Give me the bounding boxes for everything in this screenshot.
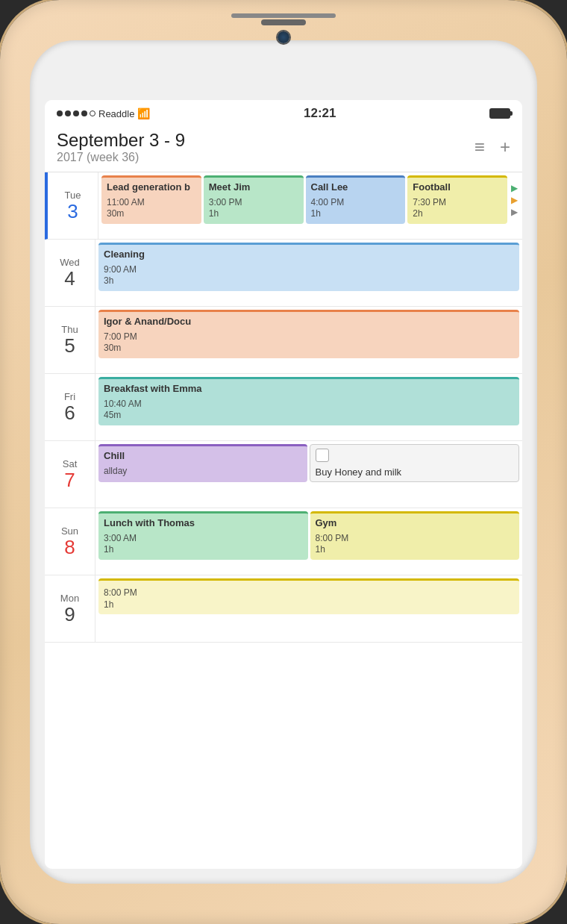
day-label-thu5: Thu 5 <box>45 307 95 373</box>
event-lunch-thomas[interactable]: Lunch with Thomas 3:00 AM1h <box>98 511 308 560</box>
event-time: 8:00 PM1h <box>316 533 515 556</box>
day-row-wed4: Wed 4 Cleaning 9:00 AM3h <box>45 240 522 307</box>
day-row-sat7: Sat 7 Chill allday Buy Honey and milk <box>45 441 522 508</box>
menu-button[interactable]: ≡ <box>474 137 485 157</box>
day-row-tue3: Tue 3 Lead generation b 11:00 AM30m Meet… <box>45 172 522 240</box>
header-title-block: September 3 - 9 2017 (week 36) <box>57 130 185 164</box>
status-right <box>489 108 510 119</box>
day-num-wed4: 4 <box>64 268 75 290</box>
day-name-thu5: Thu <box>61 324 78 335</box>
status-left: Readdle 📶 <box>57 107 150 119</box>
day-label-sun8: Sun 8 <box>45 508 95 575</box>
day-name-sun8: Sun <box>61 525 78 537</box>
event-time: 7:00 PM30m <box>104 331 514 355</box>
event-time: 3:00 AM1h <box>104 533 303 556</box>
arrow-down-icon: ▶ <box>511 207 518 217</box>
task-checkbox[interactable] <box>316 449 329 462</box>
signal-dot-4 <box>81 110 87 116</box>
add-event-button[interactable]: + <box>500 137 510 157</box>
task-title: Buy Honey and milk <box>316 466 514 478</box>
event-time: 3:00 PM1h <box>209 197 298 220</box>
status-bar: Readdle 📶 12:21 <box>45 100 522 124</box>
event-time: 11:00 AM30m <box>107 197 196 220</box>
day-row-sun8: Sun 8 Lunch with Thomas 3:00 AM1h Gym 8:… <box>45 508 522 575</box>
events-area-fri6: Breakfast with Emma 10:40 AM45m <box>95 374 522 440</box>
overflow-arrows: ▶ ▶ ▶ <box>510 175 519 224</box>
day-num-thu5: 5 <box>64 335 75 357</box>
signal-dot-2 <box>65 110 71 116</box>
event-time: 8:00 PM1h <box>104 587 514 611</box>
event-title: Chill <box>104 450 302 463</box>
events-area-mon9: 8:00 PM1h <box>95 575 522 642</box>
signal-dots <box>57 110 95 116</box>
events-area-sun8: Lunch with Thomas 3:00 AM1h Gym 8:00 PM1… <box>95 508 522 575</box>
calendar-header: September 3 - 9 2017 (week 36) ≡ + <box>45 124 522 172</box>
event-cleaning[interactable]: Cleaning 9:00 AM3h <box>98 243 519 291</box>
event-gym[interactable]: Gym 8:00 PM1h <box>310 511 520 560</box>
day-name-mon9: Mon <box>60 593 79 604</box>
events-area-thu5: Igor & Anand/Docu 7:00 PM30m <box>95 307 522 373</box>
day-name-tue3: Tue <box>65 190 81 201</box>
event-time: 7:30 PM2h <box>413 197 502 220</box>
event-meet-jim[interactable]: Meet Jim 3:00 PM1h <box>204 175 304 224</box>
task-buy-honey-milk[interactable]: Buy Honey and milk <box>310 444 520 482</box>
day-row-thu5: Thu 5 Igor & Anand/Docu 7:00 PM30m <box>45 307 522 374</box>
event-lead-generation[interactable]: Lead generation b 11:00 AM30m <box>101 175 201 224</box>
day-num-sun8: 8 <box>64 537 75 558</box>
event-igor-anand[interactable]: Igor & Anand/Docu 7:00 PM30m <box>98 310 519 358</box>
event-title: Meet Jim <box>209 181 298 194</box>
event-title: Football <box>413 181 502 194</box>
phone-top-bar <box>231 13 336 18</box>
event-time: 9:00 AM3h <box>104 264 514 287</box>
event-football[interactable]: Football 7:30 PM2h <box>407 175 507 224</box>
day-label-sat7: Sat 7 <box>45 441 95 508</box>
events-area-wed4: Cleaning 9:00 AM3h <box>95 240 522 306</box>
day-num-mon9: 9 <box>64 604 75 625</box>
screen: Readdle 📶 12:21 September 3 - 9 2017 (we… <box>45 100 522 869</box>
year-week-label: 2017 (week 36) <box>57 151 185 164</box>
phone-camera <box>278 31 289 43</box>
carrier-name: Readdle <box>98 108 134 119</box>
day-name-sat7: Sat <box>63 458 78 469</box>
event-title: Gym <box>316 517 515 530</box>
event-title: Igor & Anand/Docu <box>104 316 514 328</box>
week-range-label: September 3 - 9 <box>57 130 185 151</box>
signal-dot-1 <box>57 110 63 116</box>
arrow-mid-icon: ▶ <box>511 195 518 205</box>
event-time: 10:40 AM45m <box>104 399 514 422</box>
phone-frame: Readdle 📶 12:21 September 3 - 9 2017 (we… <box>0 0 567 924</box>
header-actions: ≡ + <box>474 137 510 157</box>
phone-body: Readdle 📶 12:21 September 3 - 9 2017 (we… <box>30 40 537 884</box>
signal-dot-3 <box>73 110 79 116</box>
event-title: Lead generation b <box>107 181 196 194</box>
day-row-fri6: Fri 6 Breakfast with Emma 10:40 AM45m <box>45 374 522 441</box>
day-label-tue3: Tue 3 <box>48 172 98 239</box>
day-row-mon9: Mon 9 8:00 PM1h <box>45 575 522 643</box>
event-call-lee[interactable]: Call Lee 4:00 PM1h <box>306 175 406 224</box>
event-time: allday <box>104 466 302 478</box>
phone-speaker <box>261 19 306 25</box>
battery-icon <box>489 108 510 119</box>
event-title: Call Lee <box>311 181 401 194</box>
day-num-fri6: 6 <box>64 402 75 424</box>
event-mon9-ev1[interactable]: 8:00 PM1h <box>98 578 519 614</box>
event-title: Breakfast with Emma <box>104 383 514 396</box>
day-label-mon9: Mon 9 <box>45 575 95 642</box>
wifi-icon: 📶 <box>137 107 150 119</box>
calendar-body: Tue 3 Lead generation b 11:00 AM30m Meet… <box>45 172 522 869</box>
day-label-fri6: Fri 6 <box>45 374 95 440</box>
events-area-sat7: Chill allday Buy Honey and milk <box>95 441 522 508</box>
event-breakfast-emma[interactable]: Breakfast with Emma 10:40 AM45m <box>98 377 519 425</box>
day-num-sat7: 7 <box>64 469 75 491</box>
event-chill[interactable]: Chill allday <box>98 444 307 482</box>
event-title: Cleaning <box>104 249 514 261</box>
day-name-wed4: Wed <box>60 257 80 268</box>
event-time: 4:00 PM1h <box>311 197 401 220</box>
day-label-wed4: Wed 4 <box>45 240 95 306</box>
arrow-up-icon: ▶ <box>511 183 518 193</box>
day-num-tue3: 3 <box>67 201 78 222</box>
event-title: Lunch with Thomas <box>104 517 303 530</box>
day-name-fri6: Fri <box>64 391 75 402</box>
events-area-tue3: Lead generation b 11:00 AM30m Meet Jim 3… <box>98 172 522 239</box>
signal-dot-5 <box>90 110 95 116</box>
